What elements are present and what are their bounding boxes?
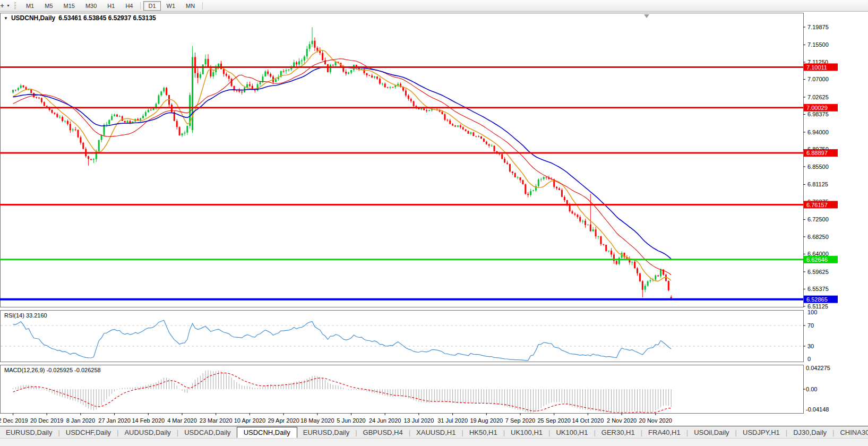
svg-text:6.81125: 6.81125 xyxy=(807,181,828,187)
chart-title-symbol: USDCNH,Daily xyxy=(11,14,55,22)
svg-text:5 Jun 2020: 5 Jun 2020 xyxy=(337,417,365,424)
svg-text:19 Aug 2020: 19 Aug 2020 xyxy=(470,417,503,424)
level-lines[interactable] xyxy=(0,67,803,299)
candles[interactable] xyxy=(12,27,672,299)
svg-text:6.62646: 6.62646 xyxy=(806,256,828,263)
price-axis: 7.198757.155007.112507.070007.026256.983… xyxy=(803,24,838,310)
rsi-line xyxy=(13,320,672,361)
svg-text:0.00: 0.00 xyxy=(806,386,817,392)
slow-ma-line xyxy=(13,67,672,259)
svg-text:18 May 2020: 18 May 2020 xyxy=(300,417,334,424)
svg-text:20 Nov 2020: 20 Nov 2020 xyxy=(639,417,672,424)
tab-uk100-h1[interactable]: UK100,H1 xyxy=(550,427,594,438)
chart-title-ohlc: 6.53461 6.53845 6.52937 6.53135 xyxy=(58,14,156,22)
tab-usdchf-daily[interactable]: USDCHF,Daily xyxy=(60,427,117,438)
svg-text:23 Mar 2020: 23 Mar 2020 xyxy=(200,417,233,424)
svg-text:0: 0 xyxy=(807,356,811,362)
svg-text:70: 70 xyxy=(807,322,814,329)
svg-text:20 Dec 2019: 20 Dec 2019 xyxy=(30,417,63,424)
chart-tab-bar: EURUSD,Daily|USDCHF,Daily|AUDUSD,Daily|U… xyxy=(0,426,868,438)
svg-text:0.042275: 0.042275 xyxy=(806,365,830,371)
chart-shift-marker-icon[interactable] xyxy=(644,14,649,18)
medium-ma-line xyxy=(13,59,672,275)
tab-uk100-h1[interactable]: UK100,H1 xyxy=(505,427,548,438)
svg-text:27 Jan 2020: 27 Jan 2020 xyxy=(98,417,131,424)
svg-text:7.07000: 7.07000 xyxy=(807,76,829,82)
svg-text:14 Feb 2020: 14 Feb 2020 xyxy=(132,417,165,424)
svg-text:7.10011: 7.10011 xyxy=(806,64,827,71)
svg-text:100: 100 xyxy=(807,309,817,315)
svg-text:6.98375: 6.98375 xyxy=(807,111,829,117)
tab-xauusd-h1[interactable]: XAUUSD,H1 xyxy=(410,427,461,438)
tab-dj30-daily[interactable]: DJ30,Daily xyxy=(787,427,832,438)
svg-text:7.00029: 7.00029 xyxy=(806,105,828,111)
svg-text:8 Jan 2020: 8 Jan 2020 xyxy=(66,417,95,424)
tab-audusd-daily[interactable]: AUDUSD,Daily xyxy=(118,427,176,438)
svg-text:24 Jun 2020: 24 Jun 2020 xyxy=(369,417,401,424)
svg-text:31 Jul 2020: 31 Jul 2020 xyxy=(437,417,468,424)
tab-usdcad-daily[interactable]: USDCAD,Daily xyxy=(178,427,236,438)
svg-text:6.68250: 6.68250 xyxy=(807,234,829,240)
date-axis: 2 Dec 201920 Dec 20198 Jan 202027 Jan 20… xyxy=(0,413,672,424)
rsi-label: RSI(14) 33.2160 xyxy=(4,312,47,319)
svg-text:7.19875: 7.19875 xyxy=(807,24,829,30)
svg-text:6.88897: 6.88897 xyxy=(806,150,828,156)
fast-ma-line xyxy=(13,50,672,281)
tab-usdcnh-daily[interactable]: USDCNH,Daily xyxy=(237,427,297,438)
svg-text:6.72500: 6.72500 xyxy=(807,216,829,222)
tab-usoil-daily[interactable]: USOil,Daily xyxy=(688,427,735,438)
svg-text:29 Apr 2020: 29 Apr 2020 xyxy=(268,417,299,424)
svg-text:6.94000: 6.94000 xyxy=(807,129,829,135)
svg-text:7.02625: 7.02625 xyxy=(807,94,829,100)
svg-text:-0.04148: -0.04148 xyxy=(806,406,829,413)
tab-eurusd-daily[interactable]: EURUSD,Daily xyxy=(0,427,58,438)
tab-ger30-h1[interactable]: GER30,H1 xyxy=(596,427,641,438)
panel-frames xyxy=(1,13,804,414)
status-strip xyxy=(0,438,868,446)
svg-text:6.76157: 6.76157 xyxy=(806,202,828,208)
svg-text:2 Nov 2020: 2 Nov 2020 xyxy=(607,417,637,424)
svg-text:6.59625: 6.59625 xyxy=(807,269,829,275)
rsi-panel: 10070300 xyxy=(1,309,817,362)
macd-label: MACD(12,26,9) -0.025925 -0.026258 xyxy=(4,367,101,373)
svg-text:4 Mar 2020: 4 Mar 2020 xyxy=(167,417,197,424)
chart-title: ▼ USDCNH,Daily 6.53461 6.53845 6.52937 6… xyxy=(4,14,156,22)
svg-text:25 Sep 2020: 25 Sep 2020 xyxy=(538,417,571,424)
svg-text:6.55375: 6.55375 xyxy=(807,286,829,292)
symbol-collapse-icon[interactable]: ▼ xyxy=(4,16,8,21)
tab-gbpusd-h4[interactable]: GBPUSD,H4 xyxy=(357,427,409,438)
tab-eurusd-daily[interactable]: EURUSD,Daily xyxy=(297,427,355,438)
tab-fra40-h1[interactable]: FRA40,H1 xyxy=(642,427,686,438)
chart-canvas[interactable]: 7.198757.155007.112507.070007.026256.983… xyxy=(0,0,868,446)
svg-text:2 Dec 2019: 2 Dec 2019 xyxy=(0,417,28,424)
svg-text:7 Sep 2020: 7 Sep 2020 xyxy=(505,417,535,424)
svg-text:6.52865: 6.52865 xyxy=(806,296,828,303)
svg-text:10 Apr 2020: 10 Apr 2020 xyxy=(234,417,265,424)
tab-usdjpy-h1[interactable]: USDJPY,H1 xyxy=(737,427,786,438)
tab-china300-h1[interactable]: CHINA300,H1 xyxy=(834,427,868,438)
svg-text:30: 30 xyxy=(807,343,814,349)
tab-hk50-h1[interactable]: HK50,H1 xyxy=(463,427,503,438)
svg-text:14 Oct 2020: 14 Oct 2020 xyxy=(572,417,604,424)
svg-text:6.85500: 6.85500 xyxy=(807,164,829,170)
macd-panel: 0.0422750.00-0.04148 xyxy=(13,365,830,413)
svg-text:7.15500: 7.15500 xyxy=(807,41,829,48)
svg-text:13 Jul 2020: 13 Jul 2020 xyxy=(403,417,434,424)
mt4-window: + ▼ M1M5M15M30H1H4D1W1MN 7.198757.155007… xyxy=(0,0,868,446)
